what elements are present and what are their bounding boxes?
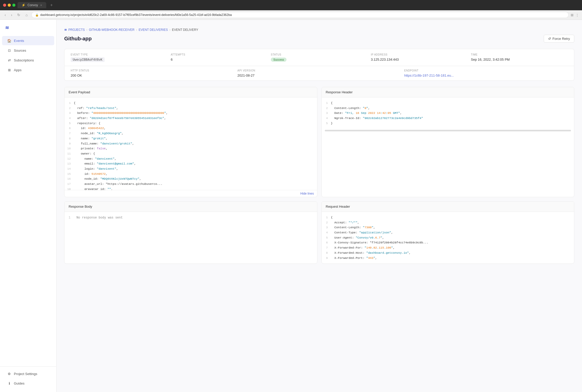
response-body-content: 1 No response body was sent (64, 212, 317, 224)
sidebar-item-subscriptions-label: Subscriptions (14, 58, 34, 62)
tab-favicon: ⚡ (22, 3, 25, 7)
address-bar[interactable]: 🔒 dashboard.getconvoy.io/projects/e4d620… (31, 12, 569, 18)
tab-title: Convoy (27, 3, 38, 7)
events-icon: 🏠 (7, 39, 11, 43)
apps-icon: ⊞ (7, 68, 11, 72)
minimize-dot[interactable] (8, 4, 11, 7)
breadcrumb-projects[interactable]: PROJECTS (68, 28, 85, 32)
app-layout: ≋ 🏠 Events ⊡ Sources ⇄ Subscriptions ⊞ A… (0, 20, 582, 392)
line-content: { (331, 215, 333, 220)
breadcrumb-event-deliveries[interactable]: EVENT DELIVERIES (138, 28, 168, 32)
line-content: private: false, (74, 146, 107, 151)
line-number: 15 (64, 171, 74, 177)
line-number: 17 (64, 181, 74, 187)
extensions-icon: ⊞ (571, 13, 574, 17)
time-value: Sep 16, 2022, 3:42:05 PM (471, 58, 568, 61)
http-label: HTTP STATUS (71, 69, 234, 72)
line-number: 18 (64, 187, 74, 190)
line-content: id: 51540572, (74, 171, 107, 177)
code-line: 15 id: 51540572, (64, 171, 317, 177)
breadcrumb-webhook[interactable]: GITHUB-WEBHOOK-RECEIVER (89, 28, 134, 32)
guides-icon: ℹ (7, 381, 11, 385)
status-label: STATUS (271, 53, 368, 56)
sidebar: ≋ 🏠 Events ⊡ Sources ⇄ Subscriptions ⊞ A… (0, 20, 57, 392)
line-number: 2 (322, 220, 331, 225)
maximize-dot[interactable] (12, 4, 15, 7)
meta-http: HTTP STATUS 200 OK (71, 69, 234, 77)
breadcrumb-sep1: › (86, 28, 87, 32)
scrollbar (325, 130, 571, 131)
sidebar-item-sources[interactable]: ⊡ Sources (2, 46, 54, 55)
status-badge: Success (271, 58, 287, 62)
menu-icon[interactable]: ⋮ (576, 13, 579, 17)
line-content: node_id: "R_kgDOGasgrg", (74, 131, 123, 136)
sidebar-item-subscriptions[interactable]: ⇄ Subscriptions (2, 56, 54, 65)
line-content: X-Forwarded-Host: "dashboard.getconvoy.i… (331, 250, 411, 256)
line-content: before: "0000000000000000000000000000000… (74, 111, 168, 116)
code-line: 5} (322, 121, 574, 126)
request-header-code[interactable]: 1{2 Accept: "*/*",3 Content-Length: "730… (322, 212, 574, 263)
code-line: 11 owner: { (64, 151, 317, 156)
subscriptions-icon: ⇄ (7, 58, 11, 62)
code-line: 13 email: "danvixent@gmail.com", (64, 161, 317, 166)
line-number: 11 (64, 151, 74, 156)
line-content: name: "danvixent", (74, 156, 116, 161)
meta-api: API VERSION 2021-08-27 (237, 69, 401, 77)
sidebar-item-apps[interactable]: ⊞ Apps (2, 65, 54, 75)
browser-dots (3, 4, 15, 7)
line-content: full_name: "danvixent/grokit", (74, 141, 134, 146)
response-header-panel: Response Header 1{2 Content-Length: "0",… (321, 87, 575, 197)
forward-button[interactable]: › (10, 12, 14, 17)
hide-lines-button[interactable]: Hide lines (300, 192, 314, 195)
code-line: 6 X-Convoy-Signature: "f74129f2084b28f4c… (322, 240, 574, 245)
line-number: 4 (64, 116, 74, 121)
page-title: Github-app (64, 36, 92, 42)
tab-close-icon[interactable]: ✕ (40, 4, 42, 7)
line-content: Ngrok-Trace-Id: "902c02ab12782773c2a4e9c… (331, 116, 423, 121)
sidebar-item-events[interactable]: 🏠 Events (2, 36, 54, 45)
close-dot[interactable] (3, 4, 6, 7)
line-number: 13 (64, 161, 74, 166)
code-line: 8 X-Forwarded-Host: "dashboard.getconvoy… (322, 250, 574, 256)
code-line: 5 User-Agent: "Convoy/v0.6.7", (322, 235, 574, 240)
line-content: login: "danvixent", (74, 166, 118, 171)
request-header-title: Request Header (322, 202, 574, 212)
http-value: 200 OK (71, 74, 234, 77)
sidebar-item-guides[interactable]: ℹ Guides (2, 379, 54, 388)
line-content: Content-Length: "0", (331, 106, 370, 111)
code-line: 16 node_id: "MDQ6VXNlcjUxNTQwNTcy", (64, 176, 317, 181)
breadcrumb-sep2: › (136, 28, 137, 32)
event-payload-title: Event Payload (64, 87, 317, 97)
line-number: 8 (322, 250, 331, 256)
retry-icon: ↺ (548, 37, 551, 41)
endpoint-value[interactable]: https://1c6b-197-211-58-181.eu... (404, 74, 454, 77)
browser-tab[interactable]: ⚡ Convoy ✕ (17, 2, 46, 8)
code-line: 4 Content-Type: "application/json", (322, 230, 574, 235)
sidebar-item-project-settings[interactable]: ⚙ Project Settings (2, 369, 54, 378)
event-payload-code[interactable]: 1{2 ref: "refs/heads/test",3 before: "00… (64, 97, 317, 190)
home-button[interactable]: ⌂ (24, 12, 29, 17)
meta-endpoint: ENDPOINT https://1c6b-197-211-58-181.eu.… (404, 69, 568, 77)
line-number: 4 (322, 230, 331, 235)
response-header-code[interactable]: 1{2 Content-Length: "0",3 Date: "Fri, 16… (322, 97, 574, 129)
back-button[interactable]: ‹ (3, 12, 7, 17)
time-label: TIME (471, 53, 568, 56)
code-line: 2 Content-Length: "0", (322, 106, 574, 111)
force-retry-button[interactable]: ↺ Force Retry (544, 35, 574, 43)
code-line: 10 private: false, (64, 146, 317, 151)
code-line: 7 node_id: "R_kgDOGasgrg", (64, 131, 317, 136)
meta-attempts: ATTEMPTS 6 (171, 53, 267, 62)
line-number: 7 (322, 245, 331, 250)
code-line: 17 avatar_url: "https://avatars.githubus… (64, 181, 317, 187)
sidebar-bottom: ⚙ Project Settings ℹ Guides (0, 364, 56, 388)
event-type-value: UwecpIBBAoF4V8vK (71, 57, 105, 62)
line-content: Content-Type: "application/json", (331, 230, 393, 235)
new-tab-button[interactable]: + (48, 3, 55, 7)
line-number: 12 (64, 156, 74, 161)
settings-icon: ⚙ (7, 372, 11, 376)
line-content: after: "d82d4d1ecf07f4eeeb7507e63955451e… (74, 116, 166, 121)
refresh-button[interactable]: ↻ (16, 12, 22, 17)
sidebar-item-sources-label: Sources (14, 49, 26, 52)
browser-chrome: ⚡ Convoy ✕ + (0, 0, 582, 10)
line-content: Date: "Fri, 16 Sep 2022 14:42:05 GMT", (331, 111, 402, 116)
